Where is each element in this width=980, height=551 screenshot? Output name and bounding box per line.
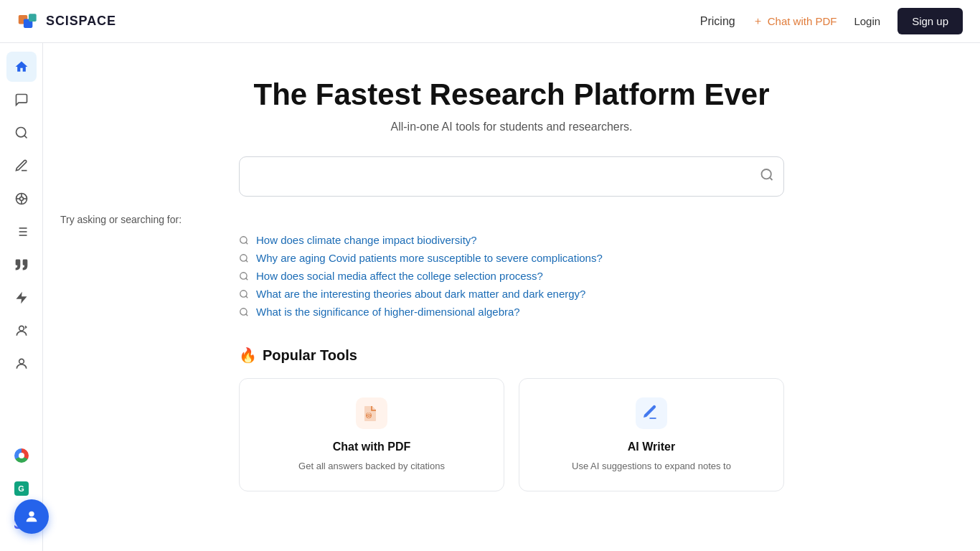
login-link[interactable]: Login [854,15,880,27]
svg-point-23 [240,254,247,260]
svg-point-33 [367,415,368,415]
svg-point-36 [29,512,34,517]
suggestion-search-icon-1 [239,235,249,245]
ai-writer-card-desc: Use AI suggestions to expand notes to [572,459,731,474]
svg-point-18 [19,359,24,364]
chat-pdf-card-title: Chat with PDF [333,441,410,453]
suggestion-link-5[interactable]: What is the significance of higher-dimen… [256,306,520,318]
search-bar [239,156,784,197]
quote-icon [14,258,29,272]
chat-pdf-card-desc: Get all answers backed by citations [298,459,445,474]
search-input[interactable] [239,156,784,197]
list-item[interactable]: What are the interesting theories about … [239,288,784,300]
svg-point-21 [240,236,247,242]
sidebar-item-flash[interactable] [6,283,37,313]
logo-text: SCISPACE [46,14,116,29]
sidebar-item-ai-profile[interactable] [6,316,37,346]
suggestion-search-icon-3 [239,271,249,281]
suggestions-label: Try asking or searching for: [60,214,606,225]
sidebar-item-quotes[interactable] [6,250,37,280]
chat-pdf-nav-button[interactable]: ＋ Chat with PDF [753,14,837,28]
navbar: SCISPACE Pricing ＋ Chat with PDF Login S… [0,0,980,43]
tools-grid: Chat with PDF Get all answers backed by … [239,378,784,491]
suggestion-search-icon-4 [239,289,249,299]
fab-button[interactable] [14,499,49,534]
svg-line-26 [246,278,248,280]
logo[interactable]: SCISPACE [17,10,116,33]
chat-icon [14,93,29,107]
svg-point-25 [240,272,247,278]
list-icon [14,225,29,239]
sidebar-item-search[interactable] [6,118,37,148]
svg-rect-35 [636,397,667,429]
chrome-icon [14,448,29,463]
list-item[interactable]: How does social media affect the college… [239,270,784,282]
svg-line-24 [246,260,248,262]
home-icon [14,60,29,74]
popular-tools-section: 🔥 Popular Tools [239,347,784,491]
pricing-link[interactable]: Pricing [700,15,735,28]
plus-icon: ＋ [753,14,763,28]
flash-icon [14,291,29,305]
suggestions-list: How does climate change impact biodivers… [239,234,784,318]
tool-card-chat-pdf[interactable]: Chat with PDF Get all answers backed by … [239,378,504,491]
hero-subtitle: All-in-one AI tools for students and res… [390,121,632,133]
connections-icon [14,192,29,206]
signup-button[interactable]: Sign up [897,8,963,34]
svg-point-19 [762,169,771,179]
list-item[interactable]: What is the significance of higher-dimen… [239,306,784,318]
fire-emoji: 🔥 [239,347,257,364]
pen-icon [14,159,29,173]
ai-profile-icon [14,324,29,338]
suggestion-link-4[interactable]: What are the interesting theories about … [256,288,585,300]
fab-user-icon [24,509,39,524]
svg-point-5 [19,197,23,201]
user-icon [14,357,29,371]
sidebar-item-write[interactable] [6,151,37,181]
tool-card-ai-writer[interactable]: AI Writer Use AI suggestions to expand n… [519,378,784,491]
search-icon [14,126,29,140]
sidebar-item-home[interactable] [6,52,37,82]
suggestion-search-icon-2 [239,253,249,263]
svg-line-30 [246,314,248,316]
svg-line-4 [24,136,27,138]
popular-tools-header: 🔥 Popular Tools [239,347,784,364]
svg-line-22 [246,242,248,244]
chat-pdf-card-icon [354,396,389,430]
suggestion-link-3[interactable]: How does social media affect the college… [256,270,543,282]
list-item[interactable]: Why are aging Covid patients more suscep… [239,252,784,264]
sidebar-item-chat[interactable] [6,85,37,115]
popular-tools-title: Popular Tools [263,347,357,364]
sidebar-item-list[interactable] [6,217,37,247]
svg-rect-2 [29,14,37,22]
suggestion-search-icon-5 [239,307,249,317]
svg-point-27 [240,290,247,296]
svg-point-17 [19,326,24,331]
sidebar-item-profile[interactable] [6,349,37,379]
svg-point-29 [240,308,247,314]
sidebar-item-connections[interactable] [6,184,37,214]
sidebar-item-chrome[interactable] [6,441,37,471]
scispace-logo-icon [17,10,40,33]
svg-point-34 [369,415,369,415]
svg-point-3 [16,128,25,137]
chatgpt-icon: G [14,481,29,496]
search-submit-button[interactable] [760,168,774,186]
list-item[interactable]: How does climate change impact biodivers… [239,234,784,246]
navbar-actions: Pricing ＋ Chat with PDF Login Sign up [700,8,963,34]
ai-writer-card-icon [634,396,669,430]
hero-title: The Fastest Research Platform Ever [254,77,770,112]
ai-writer-card-title: AI Writer [628,441,675,453]
suggestion-link-1[interactable]: How does climate change impact biodivers… [256,234,477,246]
suggestion-link-2[interactable]: Why are aging Covid patients more suscep… [256,252,603,264]
main-content: The Fastest Research Platform Ever All-i… [43,43,980,551]
search-submit-icon [760,168,774,182]
sidebar: G [0,43,43,551]
svg-line-20 [770,177,773,180]
main-layout: G The Fastest Research Platform Ever All… [0,43,980,551]
svg-line-28 [246,296,248,298]
